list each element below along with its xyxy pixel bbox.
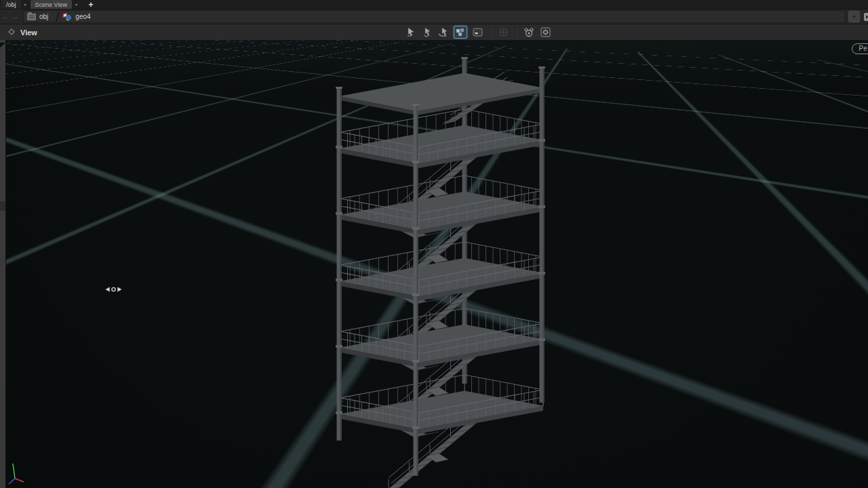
left-pane-strip[interactable]	[0, 40, 6, 488]
breadcrumb-separator	[51, 12, 60, 22]
network-folder-icon	[27, 14, 36, 20]
network-path-field[interactable]: obj geo4	[23, 10, 846, 23]
pane-tab-bar: /obj ▾ Scene View ▾ +	[0, 0, 868, 9]
tab-scene-view[interactable]: Scene View	[31, 0, 72, 9]
move-tool-icon[interactable]	[421, 26, 433, 38]
breadcrumb-root[interactable]: obj	[27, 13, 48, 20]
camera-label: Persp	[859, 45, 868, 52]
tab-scene-view-label: Scene View	[35, 1, 67, 8]
floating-pane-icon[interactable]	[471, 26, 484, 38]
new-tab-button[interactable]: +	[85, 0, 96, 9]
tab-obj[interactable]: /obj	[1, 0, 21, 9]
reference-state-icon[interactable]	[497, 26, 509, 38]
view-tool-icon	[7, 28, 16, 37]
scene-viewport[interactable]: Persp	[5, 40, 868, 488]
transform-tool-icon[interactable]	[437, 26, 450, 38]
camera-menu-pill[interactable]: Persp	[852, 43, 868, 54]
select-tool-icon[interactable]	[405, 26, 417, 38]
view-toolbar-title: View	[20, 28, 37, 37]
path-bar: ← → obj geo4 ▾	[0, 9, 868, 24]
pane-splitter-notch	[0, 43, 5, 47]
breadcrumb-node-label: geo4	[75, 13, 90, 20]
view-toolbar: View	[0, 24, 868, 41]
breadcrumb-root-label: obj	[39, 13, 48, 20]
breadcrumb-node[interactable]: geo4	[62, 13, 90, 21]
fire-escape-model	[5, 40, 868, 488]
clipped-panel-icon[interactable]	[864, 13, 868, 21]
tab-scene-view-dropdown-icon[interactable]: ▾	[73, 0, 80, 9]
back-arrow-icon[interactable]: ←	[0, 13, 10, 20]
viewport-toolbar-icons	[405, 26, 551, 39]
show-geometry-icon[interactable]	[454, 26, 467, 39]
forward-arrow-icon[interactable]: →	[10, 13, 20, 20]
display-options-icon[interactable]	[539, 26, 551, 38]
snapshot-camera-icon[interactable]	[523, 26, 535, 38]
tab-obj-label: /obj	[6, 1, 16, 8]
tab-obj-dropdown-icon[interactable]: ▾	[22, 0, 29, 9]
path-dropdown-button[interactable]: ▾	[848, 11, 860, 22]
toolbar-divider	[515, 28, 517, 37]
geometry-node-icon	[62, 13, 72, 21]
pane-strip-groove	[0, 201, 5, 211]
toolbar-divider	[490, 28, 491, 37]
houdini-window: /obj ▾ Scene View ▾ + ← → obj	[0, 0, 868, 488]
